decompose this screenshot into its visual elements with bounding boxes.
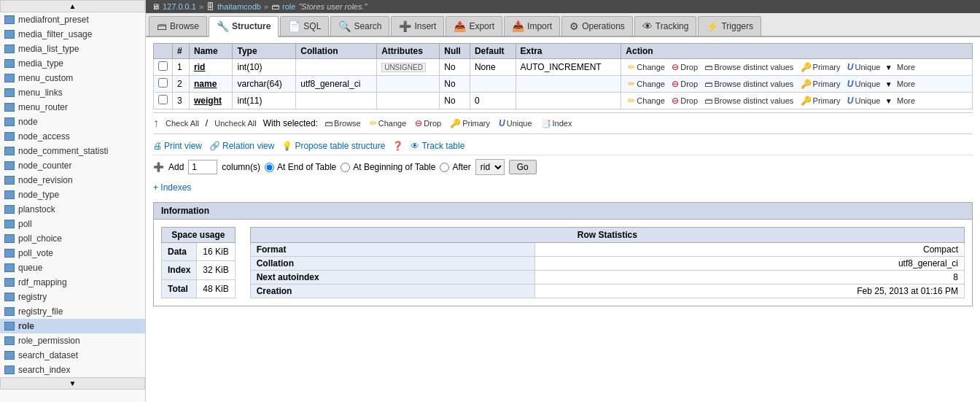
tab-insert[interactable]: ➕Insert xyxy=(391,16,444,36)
row-checkbox[interactable] xyxy=(158,95,168,104)
col-header-num: # xyxy=(173,44,190,59)
sidebar-item-registry[interactable]: registry xyxy=(0,290,145,304)
primary-link[interactable]: 🔑 Primary xyxy=(798,95,843,107)
more-link[interactable]: More xyxy=(895,79,917,89)
unique-link[interactable]: U Unique xyxy=(845,78,883,90)
ws-drop-btn[interactable]: ⊖ Drop xyxy=(413,117,443,129)
sidebar-item-node_access[interactable]: node_access xyxy=(0,129,145,144)
sidebar-item-search_index[interactable]: search_index xyxy=(0,363,145,377)
breadcrumb-database[interactable]: thaitamcodb xyxy=(217,2,261,11)
sidebar-item-media_list_type[interactable]: media_list_type xyxy=(0,42,145,56)
row-checkbox[interactable] xyxy=(158,61,168,71)
more-link[interactable]: More xyxy=(895,96,917,106)
with-selected-bar: ↑ Check All / Uncheck All With selected:… xyxy=(153,112,973,134)
sidebar-item-menu_router[interactable]: menu_router xyxy=(0,100,145,115)
go-button[interactable]: Go xyxy=(509,160,537,174)
sidebar-item-poll[interactable]: poll xyxy=(0,217,145,231)
col-header-null: Null xyxy=(440,44,470,59)
change-link[interactable]: ✏ Change xyxy=(626,95,667,107)
next-autoindex-label: Next autoindex xyxy=(250,271,534,285)
unique-link[interactable]: U Unique xyxy=(845,61,883,73)
browse-distinct-link[interactable]: 🗃 Browse distinct values xyxy=(702,79,796,89)
tab-icon: 📄 xyxy=(288,20,300,32)
table-icon xyxy=(4,132,15,141)
track-table-link[interactable]: 👁 Track table xyxy=(411,141,464,151)
ws-primary-btn[interactable]: 🔑 Primary xyxy=(448,117,492,129)
unique-icon: U xyxy=(847,79,854,89)
sidebar-item-node[interactable]: node xyxy=(0,115,145,129)
sidebar-item-menu_custom[interactable]: menu_custom xyxy=(0,71,145,85)
drop-icon: ⊖ xyxy=(672,79,679,89)
sidebar-scroll-down[interactable]: ▼ xyxy=(0,377,145,390)
at-begin-radio[interactable] xyxy=(341,163,350,172)
tab-tracking[interactable]: 👁Tracking xyxy=(634,16,697,36)
sidebar-item-node_comment_statisti[interactable]: node_comment_statisti xyxy=(0,144,145,158)
sidebar-item-media_type[interactable]: media_type xyxy=(0,56,145,71)
tab-browse[interactable]: 🗃Browse xyxy=(149,16,207,36)
sidebar-item-menu_links[interactable]: menu_links xyxy=(0,85,145,100)
print-view-link[interactable]: 🖨 Print view xyxy=(153,141,202,151)
ws-index-btn[interactable]: 📑 Index xyxy=(539,118,575,129)
at-end-radio[interactable] xyxy=(265,163,274,172)
add-column-count-input[interactable] xyxy=(188,160,217,174)
sidebar-item-search_dataset[interactable]: search_dataset xyxy=(0,348,145,363)
indexes-section[interactable]: + Indexes xyxy=(153,179,973,196)
at-begin-label[interactable]: At Beginning of Table xyxy=(353,162,435,172)
after-radio[interactable] xyxy=(440,163,449,172)
ws-unique-icon: U xyxy=(499,118,505,128)
sidebar-item-role[interactable]: role xyxy=(0,319,145,333)
sidebar-scroll-up[interactable]: ▲ xyxy=(0,0,145,12)
drop-link[interactable]: ⊖ Drop xyxy=(669,78,700,90)
sidebar-item-node_revision[interactable]: node_revision xyxy=(0,173,145,188)
sidebar-item-poll_vote[interactable]: poll_vote xyxy=(0,246,145,260)
tab-triggers[interactable]: ⚡Triggers xyxy=(698,16,761,36)
sidebar-item-queue[interactable]: queue xyxy=(0,260,145,275)
unique-link[interactable]: U Unique xyxy=(845,95,883,107)
browse-distinct-link[interactable]: 🗃 Browse distinct values xyxy=(702,96,796,106)
tab-structure[interactable]: 🔧Structure xyxy=(209,16,279,37)
primary-link[interactable]: 🔑 Primary xyxy=(798,78,843,90)
ws-index-icon: 📑 xyxy=(541,119,551,128)
at-end-label[interactable]: At End of Table xyxy=(277,162,336,172)
tab-icon: ⚡ xyxy=(706,20,718,32)
col-type: int(10) xyxy=(233,59,296,76)
propose-structure-link[interactable]: 💡 Propose table structure xyxy=(281,141,385,151)
ws-browse-btn[interactable]: 🗃 Browse xyxy=(322,118,363,128)
tab-search[interactable]: 🔍Search xyxy=(330,16,389,36)
drop-link[interactable]: ⊖ Drop xyxy=(669,95,700,107)
sidebar-item-registry_file[interactable]: registry_file xyxy=(0,304,145,319)
change-link[interactable]: ✏ Change xyxy=(626,61,667,73)
row-checkbox[interactable] xyxy=(158,78,168,88)
tab-sql[interactable]: 📄SQL xyxy=(280,16,329,36)
relation-view-link[interactable]: 🔗 Relation view xyxy=(209,141,274,151)
tabs-bar: 🗃Browse🔧Structure📄SQL🔍Search➕Insert📤Expo… xyxy=(146,13,980,37)
sidebar-item-media_filter_usage[interactable]: media_filter_usage xyxy=(0,27,145,42)
sidebar-item-poll_choice[interactable]: poll_choice xyxy=(0,231,145,246)
sidebar-item-planstock[interactable]: planstock xyxy=(0,202,145,217)
check-all-link[interactable]: Check All xyxy=(163,118,201,128)
browse-distinct-link[interactable]: 🗃 Browse distinct values xyxy=(702,62,796,72)
drop-link[interactable]: ⊖ Drop xyxy=(669,61,700,73)
ws-unique-btn[interactable]: U Unique xyxy=(497,117,534,129)
sidebar-item-rdf_mapping[interactable]: rdf_mapping xyxy=(0,275,145,290)
sidebar-item-role_permission[interactable]: role_permission xyxy=(0,333,145,348)
sidebar-item-node_counter[interactable]: node_counter xyxy=(0,158,145,173)
change-link[interactable]: ✏ Change xyxy=(626,78,667,90)
uncheck-all-link[interactable]: Uncheck All xyxy=(212,118,258,128)
breadcrumb-table[interactable]: role xyxy=(282,2,295,11)
dropdown-arrow-icon: ▼ xyxy=(885,80,892,88)
ws-change-btn[interactable]: ✏ Change xyxy=(368,117,409,129)
after-label[interactable]: After xyxy=(452,162,470,172)
drop-icon: ⊖ xyxy=(672,96,679,106)
sidebar-item-node_type[interactable]: node_type xyxy=(0,188,145,202)
after-column-select[interactable]: rid xyxy=(475,159,505,175)
tab-export[interactable]: 📤Export xyxy=(446,16,502,36)
breadcrumb-server[interactable]: 127.0.0.1 xyxy=(163,2,196,11)
tab-import[interactable]: 📥Import xyxy=(504,16,560,36)
sidebar-item-mediafront_preset[interactable]: mediafront_preset xyxy=(0,12,145,27)
more-link[interactable]: More xyxy=(895,62,917,72)
primary-link[interactable]: 🔑 Primary xyxy=(798,61,843,73)
col-extra xyxy=(516,76,621,93)
relation-icon: 🔗 xyxy=(209,141,220,151)
tab-operations[interactable]: ⚙Operations xyxy=(561,16,633,36)
